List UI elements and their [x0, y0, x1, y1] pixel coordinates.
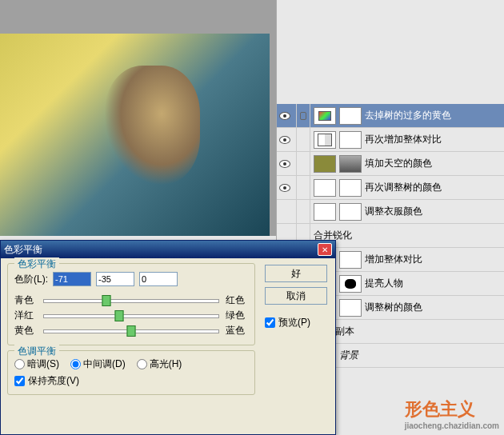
sliders-group: 青色 红色洋红 绿色黄色 蓝色 [14, 293, 248, 337]
link-col[interactable] [296, 176, 310, 199]
color-balance-fieldset: 色彩平衡 色阶(L): 青色 红色洋红 绿色黄色 蓝色 [7, 263, 255, 345]
slider-row: 洋红 绿色 [14, 308, 248, 322]
link-col[interactable] [296, 104, 310, 127]
slider-row: 青色 红色 [14, 293, 248, 307]
levels-label: 色阶(L): [14, 273, 48, 286]
canvas-image [0, 34, 270, 236]
layer-row[interactable]: 填加天空的颜色 [277, 152, 504, 176]
layer-mask-thumb[interactable] [339, 299, 362, 317]
layer-thumb-adj[interactable] [314, 203, 336, 221]
layer-mask-thumb[interactable] [339, 275, 362, 293]
visibility-toggle[interactable] [277, 184, 293, 192]
fieldset-title-balance: 色彩平衡 [14, 257, 59, 271]
layer-thumb-adj[interactable] [314, 107, 336, 125]
layer-name-label: 提亮人物 [365, 277, 501, 290]
visibility-toggle[interactable] [277, 160, 293, 168]
tone-balance-fieldset: 色调平衡 暗调(S) 中间调(D) 高光(H) 保持亮度(V) [7, 350, 255, 395]
slider-label-right: 红色 [226, 293, 248, 307]
watermark: 形色主义 jiaocheng.chazidian.com [405, 397, 499, 430]
dialog-title: 色彩平衡 [4, 243, 318, 257]
layer-name-label: 调整树的颜色 [365, 301, 501, 314]
dialog-buttons: 好 取消 预览(P) [265, 265, 327, 329]
radio-shadows[interactable]: 暗调(S) [14, 357, 59, 371]
slider-row: 黄色 蓝色 [14, 323, 248, 337]
layer-row[interactable]: 再次调整树的颜色 [277, 176, 504, 200]
fieldset-title-tone: 色调平衡 [14, 345, 59, 358]
layer-name-label: 再次增加整体对比 [365, 133, 501, 146]
slider-track[interactable] [43, 293, 219, 307]
cancel-button[interactable]: 取消 [265, 287, 327, 305]
slider-thumb[interactable] [127, 325, 136, 337]
layer-row[interactable]: 再次增加整体对比 [277, 128, 504, 152]
link-col[interactable] [296, 200, 310, 223]
layer-thumb-adj[interactable] [314, 131, 336, 149]
level-input-a[interactable] [53, 272, 91, 286]
link-col[interactable] [296, 152, 310, 175]
eye-icon [279, 160, 290, 168]
layer-name-label: 背景 副本 [314, 325, 501, 338]
slider-thumb[interactable] [102, 295, 111, 306]
layer-name-label: 合并锐化 [314, 229, 501, 242]
link-col[interactable] [296, 128, 310, 151]
layer-thumb-adj[interactable] [314, 155, 336, 173]
layer-row[interactable]: 去掉树的过多的黄色 [277, 104, 504, 128]
visibility-toggle[interactable] [277, 112, 293, 120]
slider-label-left: 青色 [14, 293, 37, 307]
visibility-toggle[interactable] [277, 136, 293, 144]
eye-icon [279, 184, 290, 192]
levels-row: 色阶(L): [14, 272, 248, 286]
close-icon[interactable]: ✕ [318, 243, 332, 256]
preview-checkbox[interactable]: 预览(P) [265, 316, 327, 329]
layer-mask-thumb[interactable] [339, 155, 362, 173]
slider-label-left: 洋红 [14, 309, 37, 322]
eye-icon [279, 112, 290, 120]
layer-mask-thumb[interactable] [339, 179, 362, 197]
layer-name-label: 再次调整树的颜色 [365, 181, 501, 194]
slider-track[interactable] [43, 308, 219, 322]
watermark-sub: jiaocheng.chazidian.com [405, 421, 499, 430]
color-balance-dialog: 色彩平衡 ✕ 色彩平衡 色阶(L): 青色 红色洋红 绿色黄色 蓝色 色调平衡 … [0, 240, 336, 435]
level-input-b[interactable] [96, 272, 134, 286]
layer-thumb-adj[interactable] [314, 179, 336, 197]
slider-label-right: 绿色 [226, 309, 248, 322]
layer-name-label: 去掉树的过多的黄色 [365, 109, 501, 122]
layer-mask-thumb[interactable] [339, 107, 362, 125]
link-icon [300, 112, 306, 120]
radio-midtones[interactable]: 中间调(D) [70, 357, 126, 371]
layer-mask-thumb[interactable] [339, 131, 362, 149]
canvas-area [0, 0, 276, 236]
tone-radio-row: 暗调(S) 中间调(D) 高光(H) [14, 357, 248, 371]
layer-mask-thumb[interactable] [339, 203, 362, 221]
layer-name-label: 调整衣服颜色 [365, 205, 501, 218]
layer-name-label: 增加整体对比 [365, 253, 501, 266]
radio-highlights[interactable]: 高光(H) [137, 357, 182, 371]
slider-label-left: 黄色 [14, 324, 37, 337]
layer-name-label: 填加天空的颜色 [365, 157, 501, 170]
slider-thumb[interactable] [114, 310, 123, 321]
eye-icon [279, 136, 290, 144]
preserve-luminosity-checkbox[interactable]: 保持亮度(V) [14, 374, 248, 388]
layer-name-label: 背景 [339, 349, 501, 362]
slider-track[interactable] [43, 323, 219, 337]
level-input-c[interactable] [139, 272, 178, 286]
ok-button[interactable]: 好 [265, 265, 327, 282]
layer-row[interactable]: 调整衣服颜色 [277, 200, 504, 224]
layer-mask-thumb[interactable] [339, 251, 362, 269]
watermark-main: 形色主义 [405, 399, 475, 419]
slider-label-right: 蓝色 [226, 324, 248, 337]
dialog-titlebar[interactable]: 色彩平衡 ✕ [1, 241, 335, 258]
